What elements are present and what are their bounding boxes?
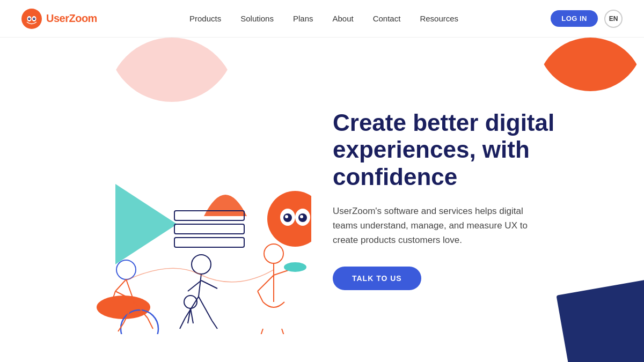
svg-line-50 [260,329,263,334]
svg-point-22 [300,215,303,218]
svg-line-36 [201,280,217,289]
svg-point-5 [29,18,30,19]
svg-point-24 [116,260,136,279]
nav-item-products[interactable]: Products [189,14,221,24]
hero-description: UserZoom's software and services helps d… [333,204,537,248]
logo[interactable]: UserZoom [21,9,97,29]
nav-item-contact[interactable]: Contact [373,14,401,24]
logo-text: UserZoom [46,12,97,25]
svg-line-39 [191,308,193,323]
logo-icon [21,9,42,29]
hero-content: Create better digital experiences, with … [311,109,612,290]
svg-line-51 [282,329,284,334]
svg-line-49 [212,321,217,329]
svg-line-48 [180,318,185,329]
nav-item-about[interactable]: About [332,14,353,24]
svg-line-43 [258,291,263,302]
language-button[interactable]: EN [604,10,623,28]
svg-line-28 [115,279,126,291]
svg-point-21 [285,215,288,218]
hero-section: Create better digital experiences, with … [0,38,644,362]
svg-point-14 [97,295,150,319]
nav-links: Products Solutions Plans About Contact R… [189,14,458,24]
svg-rect-13 [174,238,244,247]
hero-illustration [32,66,311,334]
nav-item-resources[interactable]: Resources [420,14,458,24]
svg-point-0 [21,9,42,29]
svg-line-42 [258,275,274,291]
hero-title: Create better digital experiences, with … [333,109,558,191]
svg-point-40 [264,244,283,263]
navbar: UserZoom Products Solutions Plans About … [0,0,644,38]
svg-line-32 [199,274,201,297]
nav-right: LOG IN EN [551,10,623,28]
svg-line-34 [199,297,212,321]
svg-rect-12 [174,224,244,234]
svg-point-6 [34,18,35,19]
login-button[interactable]: LOG IN [551,10,598,27]
svg-line-47 [148,318,153,329]
nav-item-solutions[interactable]: Solutions [240,14,274,24]
svg-marker-10 [115,184,177,264]
nav-item-plans[interactable]: Plans [293,14,313,24]
svg-point-31 [192,255,211,274]
svg-point-45 [284,263,306,271]
talk-to-us-button[interactable]: TALK TO US [333,267,421,290]
